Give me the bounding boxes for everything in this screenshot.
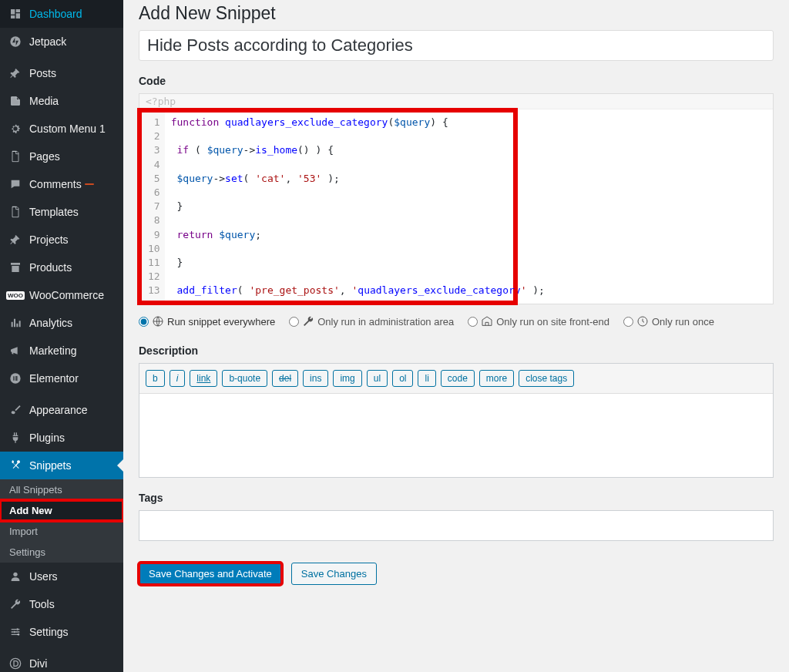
sidebar-item-label: Comments bbox=[29, 178, 82, 190]
svg-point-5 bbox=[18, 633, 20, 636]
sidebar-item-comments[interactable]: Comments bbox=[0, 170, 123, 198]
sidebar-item-marketing[interactable]: Marketing bbox=[0, 337, 123, 365]
sidebar-item-pages[interactable]: Pages bbox=[0, 143, 123, 170]
sidebar-item-label: Products bbox=[29, 261, 72, 274]
sidebar-sub-add-new[interactable]: Add New bbox=[0, 500, 123, 521]
code-editor[interactable]: <?php 1 2 3 4 5 6 7 8 9 10 11 12 13 func… bbox=[139, 93, 774, 304]
scope-radio-input[interactable] bbox=[289, 317, 299, 327]
scope-radio-row: Run snippet everywhereOnly run in admini… bbox=[139, 304, 774, 331]
sidebar-item-elementor[interactable]: Elementor bbox=[0, 365, 123, 392]
sidebar-item-label: WooCommerce bbox=[29, 289, 104, 301]
description-label: Description bbox=[139, 344, 774, 357]
code-content[interactable]: function quadlayers_exclude_category($qu… bbox=[165, 113, 551, 301]
description-textarea[interactable] bbox=[139, 394, 773, 475]
pin-icon bbox=[8, 66, 23, 81]
tags-input[interactable] bbox=[139, 510, 774, 541]
svg-point-4 bbox=[13, 631, 15, 633]
archive-icon bbox=[8, 260, 23, 275]
qt-ul[interactable]: ul bbox=[367, 370, 388, 387]
sidebar-item-label: Divi bbox=[29, 657, 47, 670]
globe-icon bbox=[152, 315, 164, 328]
scope-radio-label: Only run on site front-end bbox=[496, 316, 609, 328]
sidebar-item-label: Jetpack bbox=[29, 35, 66, 48]
scope-radio-3[interactable]: Only run once bbox=[623, 315, 714, 328]
sidebar-item-snippets[interactable]: Snippets bbox=[0, 452, 123, 479]
plug-icon bbox=[8, 430, 23, 445]
dashboard-icon bbox=[8, 6, 23, 22]
qt-b[interactable]: b bbox=[146, 370, 165, 387]
scope-radio-input[interactable] bbox=[139, 317, 149, 327]
sidebar-item-media[interactable]: Media bbox=[0, 87, 123, 115]
quicktags-toolbar: bilinkb-quotedelinsimgulollicodemoreclos… bbox=[139, 364, 773, 394]
qt-b-quote[interactable]: b-quote bbox=[222, 370, 267, 387]
sidebar-item-analytics[interactable]: Analytics bbox=[0, 309, 123, 337]
clock-icon bbox=[636, 315, 649, 328]
user-icon bbox=[8, 569, 23, 584]
save-button[interactable]: Save Changes bbox=[291, 563, 377, 585]
sidebar-item-divi[interactable]: Divi bbox=[0, 650, 123, 672]
button-row: Save Changes and Activate Save Changes bbox=[139, 563, 774, 585]
scope-radio-input[interactable] bbox=[468, 317, 478, 327]
scope-radio-2[interactable]: Only run on site front-end bbox=[468, 315, 609, 328]
qt-ins[interactable]: ins bbox=[303, 370, 328, 387]
sidebar-item-appearance[interactable]: Appearance bbox=[0, 396, 123, 424]
site-icon bbox=[481, 315, 493, 328]
admin-sidebar: DashboardJetpackPostsMediaCustom Menu 1P… bbox=[0, 0, 123, 672]
sidebar-item-label: Marketing bbox=[29, 344, 76, 357]
gear-icon bbox=[8, 121, 23, 136]
sidebar-item-label: Dashboard bbox=[29, 8, 82, 20]
woo-icon: WOO bbox=[8, 287, 23, 303]
sidebar-item-templates[interactable]: Templates bbox=[0, 198, 123, 226]
sidebar-item-label: Custom Menu 1 bbox=[29, 123, 106, 135]
qt-close-tags[interactable]: close tags bbox=[519, 370, 574, 387]
sidebar-item-dashboard[interactable]: Dashboard bbox=[0, 0, 123, 28]
sidebar-sub-import[interactable]: Import bbox=[0, 521, 123, 542]
sidebar-item-custom-menu-1[interactable]: Custom Menu 1 bbox=[0, 115, 123, 143]
elementor-icon bbox=[8, 371, 23, 386]
sidebar-item-posts[interactable]: Posts bbox=[0, 59, 123, 87]
main-content: Add New Snippet Code <?php 1 2 3 4 5 6 7… bbox=[123, 0, 789, 672]
qt-del[interactable]: del bbox=[272, 370, 298, 387]
sidebar-item-label: Settings bbox=[29, 626, 69, 638]
qt-i[interactable]: i bbox=[170, 370, 186, 387]
sidebar-item-tools[interactable]: Tools bbox=[0, 590, 123, 618]
scope-radio-label: Run snippet everywhere bbox=[167, 316, 275, 328]
svg-point-0 bbox=[10, 36, 20, 46]
scope-radio-0[interactable]: Run snippet everywhere bbox=[139, 315, 275, 328]
wrench-icon bbox=[302, 315, 314, 328]
sidebar-sub-all-snippets[interactable]: All Snippets bbox=[0, 479, 123, 500]
comment-icon bbox=[8, 176, 23, 192]
code-area[interactable]: 1 2 3 4 5 6 7 8 9 10 11 12 13 function q… bbox=[139, 109, 516, 304]
qt-li[interactable]: li bbox=[418, 370, 435, 387]
scope-radio-1[interactable]: Only run in administration area bbox=[289, 315, 454, 328]
pin-icon bbox=[8, 232, 23, 247]
qt-more[interactable]: more bbox=[479, 370, 514, 387]
qt-img[interactable]: img bbox=[333, 370, 361, 387]
sidebar-item-label: Tools bbox=[29, 598, 55, 610]
qt-code[interactable]: code bbox=[441, 370, 475, 387]
tags-label: Tags bbox=[139, 492, 774, 504]
scope-radio-input[interactable] bbox=[623, 317, 633, 327]
sidebar-item-settings[interactable]: Settings bbox=[0, 618, 123, 646]
sidebar-item-label: Plugins bbox=[29, 432, 65, 444]
sidebar-item-products[interactable]: Products bbox=[0, 254, 123, 281]
sidebar-item-jetpack[interactable]: Jetpack bbox=[0, 28, 123, 55]
sidebar-item-projects[interactable]: Projects bbox=[0, 226, 123, 254]
qt-link[interactable]: link bbox=[190, 370, 217, 387]
qt-ol[interactable]: ol bbox=[392, 370, 413, 387]
sidebar-item-woocommerce[interactable]: WOOWooCommerce bbox=[0, 281, 123, 309]
code-label: Code bbox=[139, 75, 774, 87]
save-activate-button[interactable]: Save Changes and Activate bbox=[139, 563, 282, 585]
snippet-title-input[interactable] bbox=[139, 30, 774, 61]
divi-icon bbox=[8, 656, 23, 671]
sidebar-item-label: Pages bbox=[29, 150, 60, 163]
scope-radio-label: Only run once bbox=[652, 316, 714, 328]
snippets-icon bbox=[8, 458, 23, 473]
page-icon bbox=[8, 204, 23, 220]
sidebar-item-users[interactable]: Users bbox=[0, 563, 123, 590]
sidebar-sub-settings[interactable]: Settings bbox=[0, 542, 123, 563]
svg-point-6 bbox=[10, 658, 20, 668]
sidebar-item-label: Media bbox=[29, 95, 59, 107]
sidebar-item-plugins[interactable]: Plugins bbox=[0, 424, 123, 452]
page-title: Add New Snippet bbox=[139, 0, 774, 30]
